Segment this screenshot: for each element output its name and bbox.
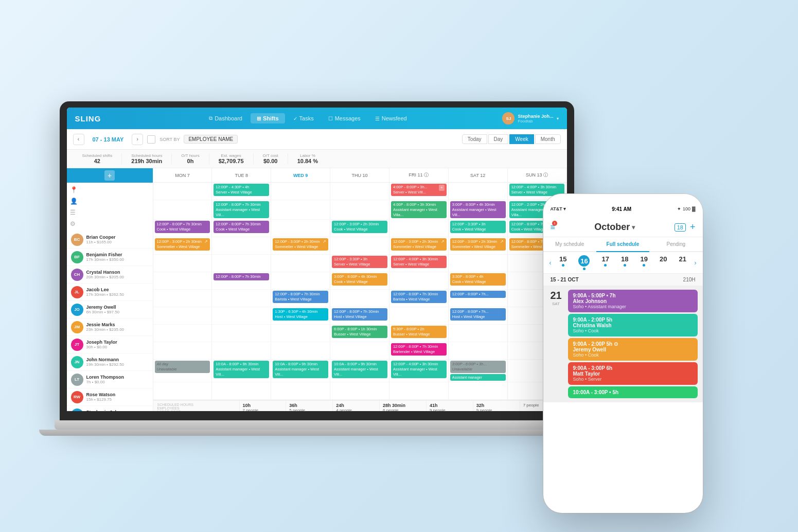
day-cell	[389, 307, 449, 324]
table-row: 12:00P - 8:00P • 7h 30minBartender • Wes…	[153, 342, 567, 360]
table-row: All dayUnavailable 10:0A - 8:00P • 9h 30…	[153, 360, 567, 382]
shift-block[interactable]: All dayUnavailable	[155, 361, 210, 373]
tab-my-schedule[interactable]: My schedule	[543, 237, 596, 251]
day-header-sun: SUN 13 ⓘ	[508, 168, 567, 182]
app-logo: SLING	[75, 114, 101, 123]
phone-day-20[interactable]: 20	[660, 255, 667, 270]
phone-shift-card[interactable]: 9:00A - 2:00P 5h Christina Walsh Soho • …	[568, 314, 698, 336]
view-week-button[interactable]: Week	[509, 134, 534, 144]
list-item[interactable]: BF Benjamin Fisher 17h 30min • $350.00	[67, 249, 153, 266]
phone-month[interactable]: October ▾	[594, 222, 635, 233]
day-cell: 12:00P - 8:00P • 7h 30minCook • West Vil…	[153, 220, 212, 237]
shift-block[interactable]: 12:00P - 3:00P • 2h 30minSommelier • Wes…	[155, 238, 210, 251]
next-week-button[interactable]: ›	[132, 134, 143, 145]
nav-user[interactable]: SJ Stephanie Joh... Foodlab ▾	[502, 112, 558, 125]
list-item[interactable]: RW Rose Watson 15h • $129.75	[67, 388, 153, 406]
shift-block[interactable]: 12:00P - 3:00P • 2h 30minSommelier • Wes…	[450, 238, 506, 251]
shift-block[interactable]: 12:00P - 3:00P • 2h 30minSommelier • Wes…	[273, 238, 328, 251]
phone-day-19[interactable]: 19	[640, 255, 647, 270]
shift-block[interactable]: 12:00P - 3:00P • 2h 30minCook • West Vil…	[332, 221, 387, 233]
nav-tasks[interactable]: ✓ Tasks	[287, 113, 320, 123]
shift-block[interactable]: 12:00P - 4:00P • 3h 30minAssistant manag…	[391, 361, 447, 378]
add-shift-button[interactable]: +	[104, 170, 115, 181]
day-cell: 12:00P - 3:00P • 2h 30minSommelier • Wes…	[389, 237, 449, 254]
tab-pending[interactable]: Pending	[649, 237, 702, 251]
phone-day-16[interactable]: 16	[578, 255, 590, 270]
shift-block[interactable]: 4:00P - 8:00P • 3h...Server • West Vill.…	[391, 184, 447, 196]
shift-block[interactable]: 5:30P - 8:00P • 2hBusser • West Village	[391, 326, 447, 338]
prev-week-button[interactable]: ‹	[73, 134, 84, 145]
shift-block[interactable]: 12:00P - 8:00P • 7h 30minAssistant manag…	[214, 201, 269, 218]
add-button[interactable]: +	[690, 222, 696, 233]
shift-block[interactable]: 3:30P - 8:00P • 4hCook • West Village	[450, 273, 506, 286]
day-cell	[212, 290, 271, 307]
day-cell: 3:00P - 6:00P • 3h...Unavailable Assista…	[449, 360, 508, 382]
footer-grid: 10h 2 people $112.50 36h 5 people $550.0…	[240, 401, 567, 411]
stat-ot-hours: O/T hours 0h	[172, 153, 209, 164]
shift-block[interactable]: 12:00P - 8:00P • 7h 30minHost • West Vil…	[332, 308, 387, 321]
phone-day-21[interactable]: 21	[679, 255, 686, 270]
shift-block[interactable]: 12:00P - 8:00P • 7h...	[450, 291, 506, 298]
shift-block[interactable]: 12:00P - 4:30P • 4hServer • West Village	[214, 184, 269, 196]
select-all-checkbox[interactable]	[147, 135, 155, 144]
list-item[interactable]: JT Joseph Taylor 30h • $0.00	[67, 336, 153, 353]
nav-messages[interactable]: ☐ Messages	[322, 113, 367, 123]
next-week-arrow[interactable]: ›	[693, 259, 699, 267]
view-month-button[interactable]: Month	[535, 134, 561, 144]
phone-day-15[interactable]: 15	[559, 255, 566, 270]
list-item[interactable]: BC Brian Cooper 11h • $165.00	[67, 231, 153, 249]
shift-block[interactable]: 12:00P - 3:00P • 2h 30minSommelier • Wes…	[391, 238, 447, 251]
user-dropdown-icon: ▾	[557, 116, 559, 121]
shift-block[interactable]: Assistant manager	[450, 374, 506, 381]
view-day-button[interactable]: Day	[488, 134, 509, 144]
shift-block[interactable]: 1:30P - 6:30P • 4h 30minHost • West Vill…	[273, 308, 328, 321]
nav-bar: SLING ⧉ Dashboard ⊞ Shifts ✓ Tasks	[67, 108, 567, 129]
shift-block[interactable]: 12:00P - 3:30P • 3hCook • West Village	[450, 221, 506, 233]
nav-shifts[interactable]: ⊞ Shifts	[251, 113, 285, 123]
shift-block[interactable]: 3:00P - 8:00P • 4h 30minAssistant manage…	[450, 201, 506, 218]
list-item[interactable]: LT Loren Thompson 7h • $0.00	[67, 371, 153, 388]
list-item[interactable]: CH Crystal Hanson 20h 30min • $205.00	[67, 266, 153, 283]
view-today-button[interactable]: Today	[462, 134, 487, 144]
shift-block[interactable]: 6:00P - 8:00P • 1h 30minBusser • West Vi…	[332, 326, 387, 338]
shift-block[interactable]: 3:00P - 6:00P • 3h...Unavailable	[450, 361, 506, 373]
shift-block[interactable]: 12:00P - 8:00P • 7h 30min	[214, 273, 269, 280]
shift-block[interactable]: 10:0A - 8:00P • 9h 30minAssistant manage…	[332, 361, 387, 378]
shift-block[interactable]: 10:0A - 8:00P • 9h 30minAssistant manage…	[214, 361, 269, 378]
phone-day-18[interactable]: 18	[621, 255, 628, 270]
list-item[interactable]: JM Jessie Marks 23h 30min • $235.00	[67, 318, 153, 336]
list-item[interactable]: JL Jacob Lee 17h 30min • $262.50	[67, 283, 153, 301]
shift-block[interactable]: 12:00P - 4:00P • 3h 30minServer • West V…	[391, 256, 447, 268]
phone-day-17[interactable]: 17	[602, 255, 609, 270]
day-cell: 12:00P - 3:30P • 3hServer • West Village	[330, 255, 389, 272]
day-cell	[449, 382, 508, 399]
nav-newsfeed[interactable]: ☰ Newsfeed	[369, 113, 413, 123]
shift-block[interactable]: 12:00P - 8:00P • 7h 30minCook • West Vil…	[155, 221, 210, 233]
shift-block[interactable]: 12:00P - 8:00P • 7h 30minBarista • West …	[273, 291, 328, 303]
shift-block[interactable]: 12:00P - 8:00P • 7h 30minBartender • Wes…	[391, 343, 447, 356]
filter-button[interactable]: ≡ 1	[551, 223, 555, 232]
calendar-icon[interactable]: 18	[675, 223, 686, 232]
shift-block[interactable]: 12:00P - 8:00P • 7h 30minBarista • West …	[391, 291, 447, 303]
phone-week-range: 15 - 21 OCT 210H	[543, 274, 703, 286]
shift-block[interactable]: 3:00P - 8:00P • 4h 30minCook • West Vill…	[332, 273, 387, 286]
shift-block[interactable]: 12:00P - 8:00P • 7h 30minCook • West Vil…	[214, 221, 269, 233]
phone-shift-card[interactable]: 9:00A - 5:00P • 7h Alex Johnson Soho • A…	[568, 290, 698, 312]
nav-dashboard[interactable]: ⧉ Dashboard	[203, 113, 249, 123]
shift-block[interactable]: 4:00P - 8:00P • 3h 30minAssistant manage…	[391, 201, 447, 218]
list-item[interactable]: JN John Normann 19h 30min • $292.50	[67, 353, 153, 371]
phone-shift-card[interactable]: 9:00A - 3:00P 6h Matt Taylor Soho • Serv…	[568, 362, 698, 385]
shift-block[interactable]: 12:00P - 8:00P • 7h...Host • West Villag…	[450, 308, 506, 321]
phone-shift-card[interactable]: 9:00A - 2:00P 5h ⊙ Jeremy Owell Soho • C…	[568, 338, 698, 361]
scene: SLING ⧉ Dashboard ⊞ Shifts ✓ Tasks	[91, 34, 708, 498]
day-cell: 12:00P - 8:00P • 7h 30minHost • West Vil…	[330, 307, 389, 324]
list-item[interactable]: JO Jeremy Owell 6h 30min • $97.50	[67, 301, 153, 318]
sort-dropdown[interactable]: EMPLOYEE NAME	[184, 135, 238, 144]
shift-block[interactable]: 12:00P - 3:30P • 3hServer • West Village	[332, 256, 387, 268]
prev-week-arrow[interactable]: ‹	[547, 259, 554, 267]
phone-shift-card[interactable]: 10:00A - 3:00P • 5h	[568, 386, 698, 398]
shift-block[interactable]: 10:0A - 8:00P • 9h 30minAssistant manage…	[273, 361, 328, 378]
day-cell	[153, 255, 212, 272]
tab-full-schedule[interactable]: Full schedule	[596, 237, 649, 252]
list-item[interactable]: SJ Stephanie Johnson 40h • $800.00	[67, 406, 153, 411]
